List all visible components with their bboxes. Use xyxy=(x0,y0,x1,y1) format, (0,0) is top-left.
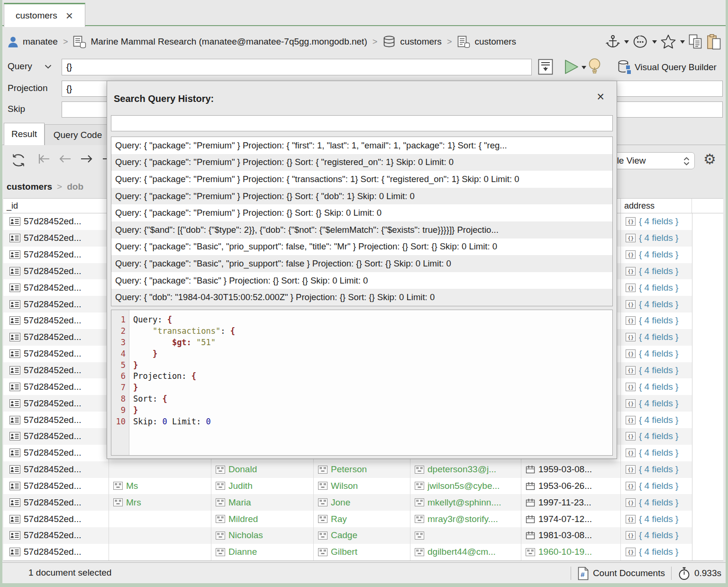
id-cell[interactable]: 57d28452ed... xyxy=(3,378,109,395)
last-cell[interactable]: Ray xyxy=(314,511,410,527)
dob-cell[interactable]: 1981-03-08... xyxy=(521,527,621,544)
column-header-id[interactable]: _id xyxy=(3,199,109,213)
anchor-dropdown-caret[interactable] xyxy=(624,40,629,44)
dialog-close-icon[interactable]: × xyxy=(597,90,604,104)
refresh-icon[interactable] xyxy=(10,153,27,168)
address-cell[interactable]: {}{ 4 fields } xyxy=(621,478,692,495)
address-cell[interactable]: {}{ 4 fields } xyxy=(621,346,692,362)
history-item[interactable]: Query: { "package": "Premium" } Projecti… xyxy=(111,154,612,171)
id-cell[interactable]: 57d28452ed... xyxy=(3,544,109,560)
last-cell[interactable]: Wilson xyxy=(314,478,410,495)
first-page-icon[interactable] xyxy=(36,153,51,165)
id-cell[interactable]: 57d28452ed... xyxy=(3,230,109,247)
first-cell[interactable]: Judith xyxy=(211,478,314,495)
address-cell[interactable]: {}{ 4 fields } xyxy=(621,263,692,280)
address-cell[interactable]: {}{ 4 fields } xyxy=(621,247,692,263)
email-cell[interactable]: dpeterson33@j... xyxy=(410,461,521,478)
count-documents-button[interactable]: # Count Documents xyxy=(577,567,665,580)
format-query-icon[interactable] xyxy=(538,59,553,75)
address-cell[interactable]: {}{ 4 fields } xyxy=(621,527,692,544)
history-search-input[interactable] xyxy=(111,115,613,131)
history-item[interactable]: Query: { "package": "Basic", "prio_suppo… xyxy=(111,238,612,256)
query-mode-chevron-icon[interactable] xyxy=(45,64,52,69)
tab-close-icon[interactable]: × xyxy=(66,11,73,20)
first-cell[interactable]: Mildred xyxy=(211,511,314,527)
star-dropdown-caret[interactable] xyxy=(680,40,685,44)
tab-result[interactable]: Result xyxy=(4,123,45,145)
breadcrumb-database[interactable]: customers xyxy=(400,37,442,47)
address-cell[interactable]: {}{ 4 fields } xyxy=(621,378,692,395)
last-cell[interactable]: Jone xyxy=(314,494,410,511)
history-icon[interactable] xyxy=(632,35,648,49)
address-cell[interactable]: {}{ 4 fields } xyxy=(621,329,692,346)
title-cell[interactable]: Ms xyxy=(109,478,211,495)
breadcrumb-user[interactable]: manatee xyxy=(23,37,58,47)
dob-cell[interactable]: 1960-10-19... xyxy=(521,544,621,560)
address-cell[interactable]: {}{ 4 fields } xyxy=(621,362,692,379)
id-cell[interactable]: 57d28452ed... xyxy=(3,428,109,445)
dob-cell[interactable]: 1953-06-26... xyxy=(521,478,621,495)
anchor-icon[interactable] xyxy=(605,35,620,49)
email-cell[interactable]: dgilbert44@cm... xyxy=(410,544,521,560)
id-cell[interactable]: 57d28452ed... xyxy=(3,527,109,544)
history-item[interactable]: Query: { "package": "Premium" } Projecti… xyxy=(111,171,612,188)
breadcrumb-server[interactable]: Marine Mammal Research (manatee@manatee-… xyxy=(91,37,367,47)
next-page-icon[interactable] xyxy=(80,153,94,165)
address-cell[interactable]: {}{ 4 fields } xyxy=(621,544,692,560)
column-header-address[interactable]: address xyxy=(621,199,692,213)
id-cell[interactable]: 57d28452ed... xyxy=(3,247,109,263)
email-cell[interactable]: mkellyt@sphinn.... xyxy=(410,494,521,511)
id-cell[interactable]: 57d28452ed... xyxy=(3,213,109,230)
title-cell[interactable] xyxy=(109,461,211,478)
visual-query-builder-button[interactable]: Visual Query Builder xyxy=(618,60,717,74)
tab-customers[interactable]: customers × xyxy=(4,3,85,27)
id-cell[interactable]: 57d28452ed... xyxy=(3,263,109,280)
address-cell[interactable]: {}{ 4 fields } xyxy=(621,494,692,511)
first-cell[interactable]: Donald xyxy=(211,461,314,478)
id-cell[interactable]: 57d28452ed... xyxy=(3,279,109,296)
id-cell[interactable]: 57d28452ed... xyxy=(3,362,109,379)
address-cell[interactable]: {}{ 4 fields } xyxy=(621,312,692,329)
hint-lightbulb-icon[interactable] xyxy=(588,58,601,75)
path-field[interactable]: dob xyxy=(67,182,83,192)
id-cell[interactable]: 57d28452ed... xyxy=(3,346,109,362)
title-cell[interactable]: Mrs xyxy=(109,494,211,511)
query-preview-editor[interactable]: 12345678910 Query: { "transactions": { $… xyxy=(111,310,613,456)
id-cell[interactable]: 57d28452ed... xyxy=(3,395,109,412)
first-cell[interactable]: Maria xyxy=(211,494,314,511)
last-cell[interactable]: Peterson xyxy=(314,461,410,478)
id-cell[interactable]: 57d28452ed... xyxy=(3,296,109,312)
address-cell[interactable]: {}{ 4 fields } xyxy=(621,511,692,527)
first-cell[interactable]: Dianne xyxy=(211,544,314,560)
copy-icon[interactable] xyxy=(688,34,703,49)
title-cell[interactable] xyxy=(109,544,211,560)
dob-cell[interactable]: 1959-03-08... xyxy=(521,461,621,478)
id-cell[interactable]: 57d28452ed... xyxy=(3,329,109,346)
path-collection[interactable]: customers xyxy=(7,182,52,192)
address-cell[interactable]: {}{ 4 fields } xyxy=(621,213,692,230)
run-dropdown-caret[interactable] xyxy=(582,66,586,69)
address-cell[interactable]: {}{ 4 fields } xyxy=(621,395,692,412)
history-item[interactable]: Query: { "dob": "1984-04-30T15:00:52.000… xyxy=(111,289,612,306)
title-cell[interactable] xyxy=(109,527,211,544)
email-cell[interactable] xyxy=(410,527,521,544)
id-cell[interactable]: 57d28452ed... xyxy=(3,461,109,478)
address-cell[interactable]: {}{ 4 fields } xyxy=(621,461,692,478)
history-item[interactable]: Query: { "package": "Premium" } Projecti… xyxy=(111,188,612,205)
id-cell[interactable]: 57d28452ed... xyxy=(3,478,109,495)
previous-page-icon[interactable] xyxy=(58,153,72,165)
last-cell[interactable]: Cadge xyxy=(314,527,410,544)
address-cell[interactable]: {}{ 4 fields } xyxy=(621,428,692,445)
id-cell[interactable]: 57d28452ed... xyxy=(3,511,109,527)
star-icon[interactable] xyxy=(660,34,676,49)
dob-cell[interactable]: 1974-07-12... xyxy=(521,511,621,527)
breadcrumb-collection[interactable]: customers xyxy=(474,37,516,47)
tab-query-code[interactable]: Query Code xyxy=(45,124,111,145)
email-cell[interactable]: mray3r@storify.... xyxy=(410,511,521,527)
last-cell[interactable]: Gilbert xyxy=(314,544,410,560)
history-item[interactable]: Query: { "package": "Basic", "prio_suppo… xyxy=(111,255,612,272)
address-cell[interactable]: {}{ 4 fields } xyxy=(621,279,692,296)
title-cell[interactable] xyxy=(109,511,211,527)
first-cell[interactable]: Nicholas xyxy=(211,527,314,544)
run-query-icon[interactable] xyxy=(563,58,580,75)
